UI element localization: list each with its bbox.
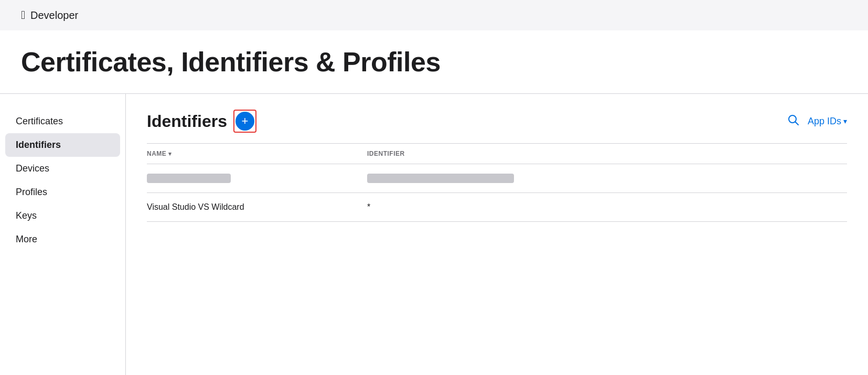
cell-name-vs-wildcard: Visual Studio VS Wildcard <box>147 202 367 212</box>
sidebar: Certificates Identifiers Devices Profile… <box>0 94 126 375</box>
sidebar-item-certificates[interactable]: Certificates <box>0 110 125 133</box>
svg-line-1 <box>795 122 798 125</box>
cell-identifier-skeleton <box>367 174 847 183</box>
content-area: Certificates Identifiers Devices Profile… <box>0 94 868 375</box>
top-bar:  Developer <box>0 0 868 30</box>
page-title: Certificates, Identifiers & Profiles <box>21 46 847 78</box>
sidebar-item-more[interactable]: More <box>0 228 125 251</box>
developer-label: Developer <box>30 9 78 22</box>
add-button-wrapper: + <box>233 110 256 133</box>
sort-arrow-icon: ▾ <box>168 151 172 157</box>
content-header: Identifiers + App IDs ▾ <box>147 110 847 133</box>
content-title-group: Identifiers + <box>147 110 256 133</box>
right-controls: App IDs ▾ <box>787 113 847 129</box>
filter-dropdown[interactable]: App IDs ▾ <box>808 116 847 127</box>
sidebar-item-identifiers[interactable]: Identifiers <box>5 133 120 157</box>
column-identifier-label: IDENTIFIER <box>367 150 405 157</box>
sidebar-item-keys[interactable]: Keys <box>0 204 125 228</box>
column-name-label: NAME <box>147 150 166 157</box>
column-header-identifier: IDENTIFIER <box>367 150 847 157</box>
skeleton-identifier-bar <box>367 174 514 183</box>
table-header: NAME ▾ IDENTIFIER <box>147 144 847 164</box>
cell-name-skeleton <box>147 174 367 183</box>
main-content: Identifiers + App IDs ▾ <box>126 94 868 375</box>
row-identifier-text: * <box>367 202 370 211</box>
table-row[interactable]: Visual Studio VS Wildcard * <box>147 193 847 222</box>
column-header-name: NAME ▾ <box>147 150 367 157</box>
chevron-down-icon: ▾ <box>843 117 847 125</box>
sidebar-item-devices[interactable]: Devices <box>0 157 125 180</box>
skeleton-name-bar <box>147 174 231 183</box>
apple-logo-icon:  <box>21 8 25 22</box>
section-title: Identifiers <box>147 112 227 131</box>
table-row <box>147 164 847 193</box>
plus-icon: + <box>241 115 248 127</box>
main-header: Certificates, Identifiers & Profiles <box>0 30 868 94</box>
add-identifier-button[interactable]: + <box>235 112 254 131</box>
row-name-text: Visual Studio VS Wildcard <box>147 202 244 211</box>
cell-identifier-vs-wildcard: * <box>367 202 847 212</box>
filter-label: App IDs <box>808 116 841 127</box>
sidebar-item-profiles[interactable]: Profiles <box>0 180 125 204</box>
search-icon[interactable] <box>787 113 799 129</box>
